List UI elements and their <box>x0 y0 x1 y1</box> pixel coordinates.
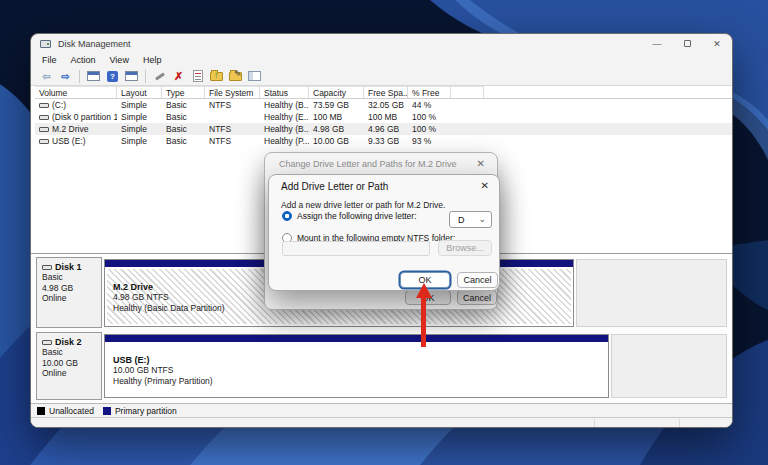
column-header-capacity[interactable]: Capacity <box>309 86 364 98</box>
volume-type: Basic <box>162 135 205 147</box>
volume-name: (Disk 0 partition 1) <box>52 111 117 123</box>
console-window-icon[interactable] <box>86 69 101 83</box>
volume-type: Basic <box>162 123 205 135</box>
volume-layout: Simple <box>117 123 162 135</box>
menu-view[interactable]: View <box>103 55 136 65</box>
column-header-filesystem[interactable]: File System <box>205 86 260 98</box>
volume-freespace: 32.05 GB <box>364 99 408 111</box>
disk-management-app-icon <box>40 40 51 48</box>
column-header-freespace[interactable]: Free Spa... <box>364 86 408 98</box>
volume-freespace: 9.33 GB <box>364 135 408 147</box>
legend-label: Primary partition <box>115 406 177 416</box>
volume-name: M.2 Drive <box>52 123 88 135</box>
column-header-type[interactable]: Type <box>162 86 205 98</box>
menu-bar: File Action View Help <box>31 53 732 67</box>
volume-filesystem: NTFS <box>205 135 260 147</box>
status-bar <box>31 417 732 428</box>
legend-unallocated: Unallocated <box>37 406 94 416</box>
partition-legend: Unallocated Primary partition <box>31 403 732 417</box>
menu-file[interactable]: File <box>35 55 64 65</box>
volume-percentfree: 100 % <box>408 123 451 135</box>
minimize-button[interactable]: — <box>642 34 672 53</box>
close-icon[interactable]: ✕ <box>477 158 485 169</box>
volume-row-m2-drive[interactable]: M.2 Drive Simple Basic NTFS Healthy (B..… <box>35 123 732 135</box>
volume-capacity: 4.98 GB <box>309 123 364 135</box>
details-window-icon[interactable] <box>124 69 139 83</box>
volume-row-c[interactable]: (C:) Simple Basic NTFS Healthy (B... 73.… <box>35 99 732 111</box>
drive-letter-dropdown[interactable]: D ⌄ <box>449 211 492 228</box>
partition-color-band <box>105 335 608 342</box>
disk1-name: Disk 1 <box>55 262 82 272</box>
volume-row-usb-e[interactable]: USB (E:) Simple Basic NTFS Healthy (P...… <box>35 135 732 147</box>
radio-selected-icon[interactable] <box>282 211 292 221</box>
volume-row-disk0-partition1[interactable]: (Disk 0 partition 1) Simple Basic Health… <box>35 111 732 123</box>
volume-status: Healthy (B... <box>260 99 309 111</box>
delete-icon[interactable]: ✗ <box>171 69 186 83</box>
close-button[interactable]: ✕ <box>702 34 732 53</box>
dialog-title: Add Drive Letter or Path <box>281 181 388 192</box>
unallocated-color-swatch <box>37 407 45 415</box>
window-title: Disk Management <box>58 39 131 49</box>
properties-check-icon[interactable] <box>190 69 205 83</box>
disk2-empty-area <box>611 334 727 398</box>
column-header-status[interactable]: Status <box>260 86 309 98</box>
volume-icon <box>39 139 49 144</box>
maximize-icon <box>684 40 691 47</box>
volume-freespace: 4.96 GB <box>364 123 408 135</box>
menu-help[interactable]: Help <box>136 55 169 65</box>
change-dialog-cancel-button[interactable]: Cancel <box>457 290 497 305</box>
maximize-button[interactable] <box>672 34 702 53</box>
volume-filesystem <box>205 111 260 123</box>
disk2-size: 10.00 GB <box>42 358 101 369</box>
volume-status: Healthy (P... <box>260 135 309 147</box>
folder-up-icon[interactable] <box>209 69 224 83</box>
folder-edit-icon[interactable] <box>228 69 243 83</box>
cancel-button[interactable]: Cancel <box>457 272 498 288</box>
toolbar-separator <box>145 70 146 83</box>
column-header-volume[interactable]: Volume <box>35 86 117 98</box>
desktop: Disk Management — ✕ File Action View Hel… <box>0 0 768 465</box>
menu-action[interactable]: Action <box>64 55 103 65</box>
partition-info: 4.98 GB NTFS <box>113 292 225 303</box>
partition-info: 10.00 GB NTFS <box>113 365 213 376</box>
assign-drive-letter-label: Assign the following drive letter: <box>297 211 417 221</box>
close-icon[interactable]: ✕ <box>481 180 489 191</box>
statusbar-separator <box>594 419 595 428</box>
browse-button[interactable]: Browse... <box>438 240 492 256</box>
mount-path-input[interactable] <box>282 241 430 256</box>
assign-drive-letter-option[interactable]: Assign the following drive letter: <box>282 211 417 221</box>
action-tool-icon[interactable] <box>152 69 167 83</box>
volume-icon <box>39 115 49 120</box>
column-header-blank <box>451 86 484 98</box>
disk1-label-panel[interactable]: Disk 1 Basic 4.98 GB Online <box>36 257 102 328</box>
volume-name: (C:) <box>52 99 66 111</box>
forward-icon[interactable]: ⇨ <box>58 69 73 83</box>
volume-capacity: 10.00 GB <box>309 135 364 147</box>
window-controls: — ✕ <box>642 34 732 53</box>
disk1-empty-area <box>576 259 727 327</box>
disk1-status: Online <box>42 293 101 304</box>
disk-icon <box>42 340 52 345</box>
back-icon[interactable]: ⇦ <box>39 69 54 83</box>
column-header-percentfree[interactable]: % Free <box>408 86 451 98</box>
volume-layout: Simple <box>117 99 162 111</box>
help-icon[interactable]: ? <box>105 69 120 83</box>
volume-layout: Simple <box>117 111 162 123</box>
volume-icon <box>39 127 49 132</box>
volume-layout: Simple <box>117 135 162 147</box>
partition-health: Healthy (Basic Data Partition) <box>113 303 225 314</box>
drive-letter-value: D <box>458 215 465 225</box>
volume-percentfree: 93 % <box>408 135 451 147</box>
volume-type: Basic <box>162 99 205 111</box>
volume-status: Healthy (B... <box>260 123 309 135</box>
title-bar[interactable]: Disk Management — ✕ <box>31 34 732 53</box>
volume-icon <box>39 103 49 108</box>
disk1-kind: Basic <box>42 272 101 283</box>
arrow-shaft <box>421 296 426 347</box>
column-header-layout[interactable]: Layout <box>117 86 162 98</box>
disk2-partition-usb[interactable]: USB (E:) 10.00 GB NTFS Healthy (Primary … <box>104 334 609 398</box>
disk2-label-panel[interactable]: Disk 2 Basic 10.00 GB Online <box>36 332 102 400</box>
volume-status: Healthy (E... <box>260 111 309 123</box>
volume-capacity: 73.59 GB <box>309 99 364 111</box>
console-panel-icon[interactable] <box>247 69 262 83</box>
